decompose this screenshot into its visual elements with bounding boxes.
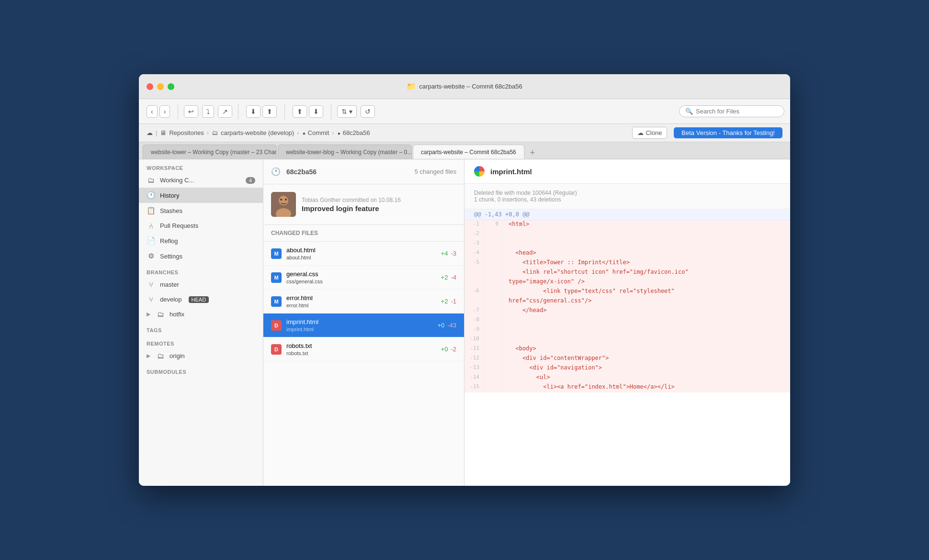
middle-panel: 🕐 68c2ba56 5 changed files [263,159,464,486]
workspace-header: Workspace [139,159,263,173]
diff-line-10: -10 [464,335,790,345]
sidebar-item-working-copy[interactable]: 🗂 Working C... 4 [139,173,263,188]
diamond-icon: ⬥ [302,129,306,136]
sidebar-item-origin[interactable]: ▶ 🗂 origin [139,348,263,363]
fetch-button[interactable]: ⬇ [246,105,261,118]
stash-pull-group: ⬆ ⬇ [293,105,323,118]
sidebar-item-stashes[interactable]: 📋 Stashes [139,203,263,218]
sidebar-item-pull-requests[interactable]: ⑃ Pull Requests [139,218,263,233]
sidebar-item-history[interactable]: 🕐 History [139,188,263,203]
forward-button[interactable]: › [159,105,170,118]
sidebar-item-develop[interactable]: ⑂ develop HEAD [139,292,263,307]
expand-icon: ▶ [147,311,150,317]
refresh-button[interactable]: ↺ [361,105,375,118]
diff-line-6a: href="css/general.css"/> [464,297,790,306]
branch-icon-develop: ⑂ [147,295,155,303]
commit-author: Tobias Günther committed on 10.08.16 Imp… [263,184,464,225]
breadcrumb-repo-name[interactable]: carparts-website (develop) [221,129,294,136]
back-button[interactable]: ‹ [147,105,158,118]
file-item-general-css[interactable]: M general.css css/general.css +2 -4 [263,266,464,290]
badge-general-css: M [271,272,282,283]
diff-meta: Deleted file with mode 100644 (Regular) … [464,184,790,209]
file-item-robots[interactable]: D robots.txt robots.txt +0 -2 [263,337,464,361]
diff-line-2: -2 [464,230,790,239]
commit-clock-icon: 🕐 [271,167,281,176]
pull-icon: ⬇ [313,108,319,115]
tab-0[interactable]: website-tower – Working Copy (master – 2… [143,145,277,159]
changed-files-header: Changed Files [263,225,464,242]
badge-error: M [271,296,282,307]
file-info-imprint: imprint.html imprint.html [286,318,432,332]
diff-line-9: -9 [464,325,790,335]
checkout-icon: ↩ [188,108,194,115]
file-info-general-css: general.css css/general.css [286,270,436,284]
search-input[interactable] [696,108,778,115]
diff-header: imprint.html [464,159,790,184]
file-info-about: about.html about.html [286,246,436,260]
folder-icon: 🗂 [147,176,155,184]
file-stats-error: +2 -1 [441,298,456,305]
stash-button[interactable]: ⬆ [293,105,307,118]
commit-header: 🕐 68c2ba56 5 changed files [263,159,464,184]
tags-header: Tags [139,322,263,335]
clone-button[interactable]: ☁ Clone [632,127,667,139]
search-box: 🔍 [679,105,784,117]
sidebar-item-master[interactable]: ⑂ master [139,277,263,292]
tabs-bar: website-tower – Working Copy (master – 2… [139,142,790,159]
diff-line-15: -15 <li><a href="index.html">Home</a></l… [464,383,790,392]
diff-line-4: -4 <head> [464,249,790,258]
breadcrumb: ☁ | 🖥 Repositories › 🗂 carparts-website … [139,124,790,142]
checkout-button[interactable]: ↩ [184,105,198,118]
diff-line-12: -12 <div id="contentWrapper"> [464,354,790,364]
branch-button[interactable]: ⤵ [202,105,214,118]
diff-line-5a: <link rel="shortcut icon" href="img/favi… [464,268,790,278]
diff-filename: imprint.html [490,168,532,176]
author-info: Tobias Günther committed on 10.08.16 Imp… [302,197,401,213]
branch-icon: ⤵ [206,108,210,115]
close-button[interactable] [147,83,153,90]
breadcrumb-cloud[interactable]: ☁ [147,129,153,136]
stash-icon: 📋 [147,206,155,215]
pull-button[interactable]: ⬇ [309,105,323,118]
sidebar-item-hotfix[interactable]: ▶ 🗂 hotfix [139,307,263,322]
commit-message: Improved login feature [302,204,401,213]
fullscreen-button[interactable] [168,83,174,90]
diff-line-7: -7 </head> [464,306,790,316]
svg-point-4 [285,199,287,201]
author-avatar [271,192,296,217]
stash-icon: ⬆ [297,108,303,115]
diff-line-14: -14 <ul> [464,373,790,383]
tab-add-button[interactable]: + [526,146,539,159]
file-item-about[interactable]: M about.html about.html +4 -3 [263,242,464,266]
file-stats-general-css: +2 -4 [441,274,456,281]
tab-2[interactable]: carparts-website – Commit 68c2ba56 [413,145,524,159]
badge-robots: D [271,344,282,355]
svg-point-3 [280,199,282,201]
folder-icon: 📁 [407,82,416,91]
merge-button[interactable]: ↗ [218,105,232,118]
forward-icon: › [164,108,166,115]
sidebar-item-settings[interactable]: ⚙ Settings [139,248,263,264]
file-stats-robots: +0 -2 [441,346,456,353]
minimize-button[interactable] [157,83,164,90]
file-info-robots: robots.txt robots.txt [286,342,436,356]
tab-1[interactable]: website-tower-blog – Working Copy (maste… [278,145,412,159]
breadcrumb-repositories[interactable]: Repositories [169,129,204,136]
breadcrumb-hash[interactable]: ⬥ 68c2ba56 [337,129,370,136]
file-item-error[interactable]: M error.html error.html +2 -1 [263,290,464,314]
breadcrumb-commit-label[interactable]: ⬥ Commit [302,129,329,136]
traffic-lights [147,83,174,90]
diamond-icon-2: ⬥ [337,129,341,136]
settings-icon: ⚙ [147,252,155,260]
separator-3 [284,104,285,119]
remotes-header: Remotes [139,335,263,348]
sort-button[interactable]: ⇅ ▾ [337,105,357,118]
sidebar-item-reflog[interactable]: 📄 Reflog [139,233,263,248]
search-icon: 🔍 [685,108,693,115]
diff-line-13: -13 <div id="navigation"> [464,364,790,373]
push-button[interactable]: ⬆ [262,105,277,118]
diff-line-8: -8 [464,316,790,325]
file-stats-imprint: +0 -43 [437,322,456,329]
diff-line-1: -1 0 <html> [464,220,790,230]
file-item-imprint[interactable]: D imprint.html imprint.html +0 -43 [263,314,464,337]
